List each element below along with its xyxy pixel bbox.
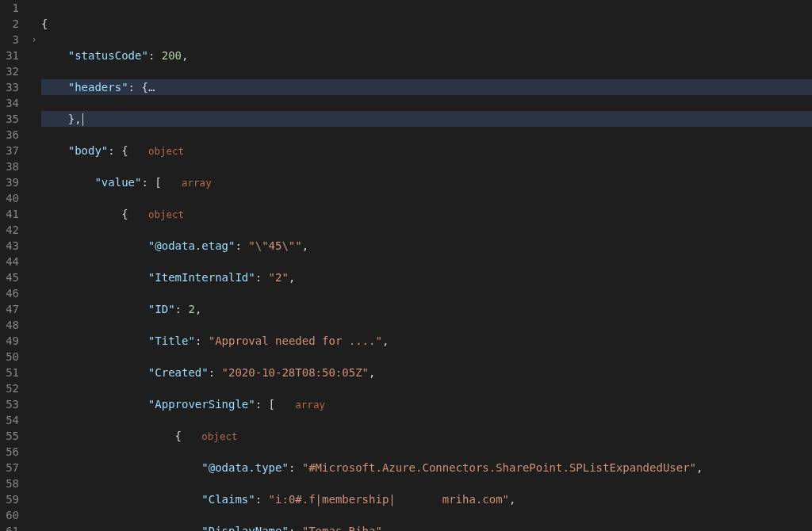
code-line[interactable]: "@odata.etag": "\"45\"", (41, 238, 812, 254)
code-line[interactable]: { object (41, 206, 812, 222)
line-number: 56 (0, 444, 19, 460)
type-hint: object (148, 145, 184, 157)
line-number: 61 (0, 523, 19, 531)
line-number: 52 (0, 380, 19, 396)
line-number: 60 (0, 507, 19, 523)
line-number: 39 (0, 174, 19, 190)
line-number: 50 (0, 349, 19, 365)
line-number: 55 (0, 428, 19, 444)
line-number: 3 (0, 32, 19, 48)
code-line[interactable]: "statusCode": 200, (41, 48, 812, 63)
line-number: 46 (0, 285, 19, 301)
line-number: 45 (0, 269, 19, 285)
code-line[interactable]: "ApproverSingle": [ array (41, 396, 812, 412)
line-number: 48 (0, 317, 19, 333)
code-line[interactable]: "ItemInternalId": "2", (41, 269, 812, 285)
line-number: 47 (0, 301, 19, 317)
fold-column: › (27, 0, 41, 531)
code-line[interactable]: "ID": 2, (41, 301, 812, 317)
code-line[interactable]: "Title": "Approval needed for ....", (41, 333, 812, 349)
line-number: 49 (0, 333, 19, 349)
code-line-folded[interactable]: "headers": {… (41, 79, 812, 95)
type-hint: array (182, 177, 212, 189)
line-number: 59 (0, 491, 19, 507)
line-number: 1 (0, 0, 19, 16)
line-number: 35 (0, 111, 19, 127)
code-line[interactable]: "Created": "2020-10-28T08:50:05Z", (41, 365, 812, 380)
code-line[interactable]: "DisplayName": "Tomas Riha", (41, 523, 812, 531)
code-line[interactable]: "@odata.type": "#Microsoft.Azure.Connect… (41, 460, 812, 476)
code-editor[interactable]: 1 2 3 31 32 33 34 35 36 37 38 39 40 41 4… (0, 0, 812, 531)
line-number: 41 (0, 206, 19, 222)
text-cursor (82, 113, 83, 126)
type-hint: object (148, 208, 184, 220)
type-hint: object (201, 430, 237, 442)
type-hint: array (295, 399, 325, 411)
line-number: 34 (0, 95, 19, 111)
code-line-active[interactable]: }, (41, 111, 812, 127)
line-number: 44 (0, 254, 19, 269)
line-number-gutter: 1 2 3 31 32 33 34 35 36 37 38 39 40 41 4… (0, 0, 27, 531)
line-number: 32 (0, 63, 19, 79)
line-number: 43 (0, 238, 19, 254)
line-number: 2 (0, 16, 19, 32)
chevron-right-icon[interactable]: › (27, 32, 41, 48)
line-number: 33 (0, 79, 19, 95)
line-number: 31 (0, 48, 19, 63)
code-line[interactable]: { (41, 16, 812, 32)
code-line[interactable]: { object (41, 428, 812, 444)
line-number: 54 (0, 412, 19, 428)
code-area[interactable]: { "statusCode": 200, "headers": {… }, "b… (41, 0, 812, 531)
code-line[interactable]: "Claims": "i:0#.f|membership| mriha.com"… (41, 491, 812, 507)
line-number: 53 (0, 396, 19, 412)
line-number: 38 (0, 159, 19, 174)
line-number: 42 (0, 222, 19, 238)
code-line[interactable]: "value": [ array (41, 174, 812, 190)
line-number: 51 (0, 365, 19, 380)
code-line[interactable]: "body": { object (41, 143, 812, 159)
line-number: 40 (0, 190, 19, 206)
line-number: 37 (0, 143, 19, 159)
line-number: 36 (0, 127, 19, 143)
line-number: 58 (0, 476, 19, 491)
line-number: 57 (0, 460, 19, 476)
